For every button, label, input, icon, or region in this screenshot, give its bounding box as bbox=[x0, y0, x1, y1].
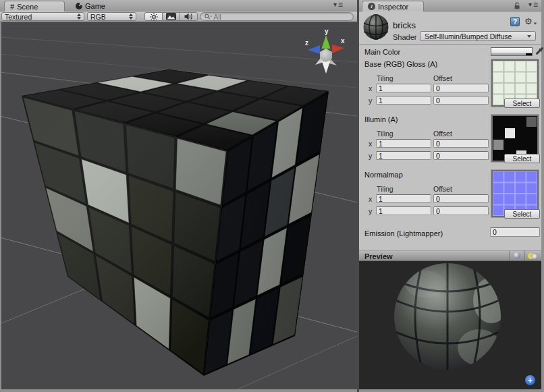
map-label: Base (RGB) Gloss (A) bbox=[364, 60, 437, 68]
offset-label: Offset bbox=[433, 130, 452, 138]
offset-y-input[interactable] bbox=[433, 206, 489, 215]
gizmo-gray-cone bbox=[322, 61, 330, 74]
preview-title: Preview bbox=[364, 252, 393, 260]
material-name: bricks bbox=[393, 20, 416, 30]
gizmo-y-axis-cone[interactable] bbox=[322, 35, 331, 49]
textured-cube[interactable] bbox=[22, 69, 329, 376]
y-axis-label: y bbox=[369, 207, 372, 215]
tiling-y-input[interactable] bbox=[376, 96, 431, 105]
offset-x-input[interactable] bbox=[433, 139, 489, 148]
tiling-y-input[interactable] bbox=[376, 151, 431, 160]
y-axis-label: y bbox=[369, 96, 372, 105]
scene-panel: # Scene Game ▾≡ Textured RGB bbox=[0, 0, 357, 389]
hamburger-icon: ≡ bbox=[533, 1, 537, 8]
tiling-y-input[interactable] bbox=[376, 206, 431, 215]
gizmo-y-label: y bbox=[325, 28, 329, 35]
scene-panel-menu[interactable]: ▾≡ bbox=[333, 1, 342, 8]
select-texture-button[interactable]: Select bbox=[504, 154, 540, 163]
main-color-swatch[interactable] bbox=[491, 47, 533, 56]
scene-toolbar: Textured RGB bbox=[0, 11, 357, 22]
sphere-icon bbox=[514, 252, 520, 259]
scene-grid-icon: # bbox=[10, 3, 14, 11]
gizmo-x-axis-cone[interactable] bbox=[332, 45, 344, 53]
inspector-panel-menu[interactable]: ▾≡ bbox=[528, 1, 537, 8]
search-input[interactable] bbox=[213, 13, 349, 21]
scene-search-field[interactable] bbox=[200, 12, 354, 21]
select-texture-button[interactable]: Select bbox=[504, 209, 540, 219]
offset-y-input[interactable] bbox=[433, 151, 489, 160]
preview-model-button[interactable] bbox=[509, 251, 524, 260]
inspector-tabbar: i Inspector ▾≡ bbox=[359, 0, 541, 11]
select-texture-button[interactable]: Select bbox=[504, 99, 540, 108]
updown-arrows-icon bbox=[77, 13, 81, 20]
y-axis-label: y bbox=[369, 152, 372, 160]
tiling-label: Tiling bbox=[377, 74, 393, 82]
inspector-panel: i Inspector ▾≡ bbox=[359, 0, 541, 389]
offset-y-input[interactable] bbox=[433, 96, 489, 105]
lights-icon bbox=[528, 253, 537, 259]
scene-tabbar: # Scene Game ▾≡ bbox=[0, 0, 357, 11]
tab-game-label: Game bbox=[85, 2, 105, 10]
render-mode-dropdown[interactable]: Textured bbox=[1, 12, 84, 21]
lock-icon bbox=[514, 2, 521, 9]
shader-label: Shader bbox=[393, 33, 416, 41]
hamburger-icon: ≡ bbox=[338, 1, 342, 8]
search-icon bbox=[205, 13, 212, 20]
skybox-fx-toggle-button[interactable] bbox=[162, 12, 180, 21]
tab-game[interactable]: Game bbox=[70, 1, 111, 11]
offset-label: Offset bbox=[433, 185, 452, 193]
map-section-illumin: Illumin (A) Tiling Offset x y Select bbox=[359, 115, 541, 163]
map-section-base: Base (RGB) Gloss (A) Tiling Offset x y S… bbox=[359, 59, 541, 108]
tab-inspector-label: Inspector bbox=[378, 3, 408, 11]
gear-icon[interactable]: ⚙ bbox=[524, 16, 537, 26]
audio-toggle-button[interactable] bbox=[180, 12, 198, 21]
scene-3d-view[interactable]: y x z bbox=[1, 22, 357, 389]
caret-icon: ▾ bbox=[528, 1, 532, 8]
map-label: Illumin (A) bbox=[364, 115, 398, 123]
help-icon[interactable]: ? bbox=[510, 17, 520, 26]
tiling-x-input[interactable] bbox=[376, 194, 431, 203]
x-axis-label: x bbox=[369, 140, 372, 148]
info-icon: i bbox=[368, 3, 375, 10]
render-mode-value: Textured bbox=[5, 13, 32, 21]
caret-icon: ▾ bbox=[333, 1, 337, 8]
lighting-toggle-button[interactable] bbox=[144, 12, 163, 21]
x-axis-label: x bbox=[369, 195, 372, 203]
emission-input[interactable] bbox=[490, 227, 540, 237]
offset-x-input[interactable] bbox=[433, 194, 489, 203]
game-icon bbox=[76, 3, 82, 9]
eyedropper-icon[interactable] bbox=[535, 47, 544, 55]
gizmo-z-label: z bbox=[305, 39, 308, 47]
material-preview[interactable]: + bbox=[359, 261, 541, 389]
x-axis-label: x bbox=[369, 84, 372, 92]
tiling-label: Tiling bbox=[377, 185, 393, 193]
add-button[interactable]: + bbox=[525, 375, 535, 385]
preview-header[interactable]: Preview bbox=[359, 250, 541, 261]
preview-sphere bbox=[359, 261, 541, 389]
shader-value: Self-Illumin/Bumped Diffuse bbox=[425, 32, 512, 40]
channel-mode-value: RGB bbox=[90, 13, 106, 21]
emission-label: Emission (Lightmapper) bbox=[364, 229, 443, 237]
material-header: bricks Shader Self-Illumin/Bumped Diffus… bbox=[359, 11, 541, 45]
gizmo-z-axis-cone[interactable] bbox=[308, 45, 320, 54]
scene-viewport[interactable]: y x z bbox=[0, 22, 357, 389]
channel-mode-dropdown[interactable]: RGB bbox=[87, 12, 136, 21]
image-icon bbox=[166, 13, 176, 20]
tiling-x-input[interactable] bbox=[376, 139, 431, 148]
dropdown-arrow-icon bbox=[527, 35, 531, 38]
updown-arrows-icon bbox=[129, 13, 133, 20]
shader-dropdown[interactable]: Self-Illumin/Bumped Diffuse bbox=[420, 31, 536, 41]
offset-label: Offset bbox=[433, 74, 452, 82]
tiling-label: Tiling bbox=[377, 130, 393, 138]
tiling-x-input[interactable] bbox=[376, 84, 431, 92]
tab-inspector[interactable]: i Inspector bbox=[362, 1, 424, 11]
material-ball-thumbnail[interactable] bbox=[363, 14, 389, 40]
tab-scene[interactable]: # Scene bbox=[4, 1, 65, 11]
preview-lighting-button[interactable] bbox=[524, 251, 540, 260]
tab-scene-label: Scene bbox=[17, 3, 38, 11]
main-color-label: Main Color bbox=[364, 48, 400, 56]
inspector-lock[interactable] bbox=[514, 2, 521, 9]
orientation-gizmo[interactable]: y x z bbox=[305, 28, 345, 74]
sun-icon bbox=[150, 13, 158, 21]
offset-x-input[interactable] bbox=[433, 84, 489, 92]
